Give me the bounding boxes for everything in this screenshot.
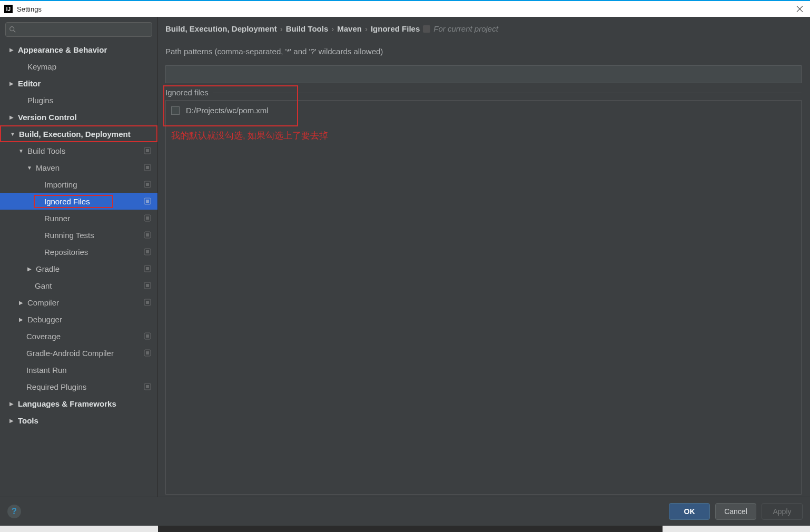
sidebar-item-build-execution-deployment[interactable]: ▼Build, Execution, Deployment <box>0 125 157 142</box>
sidebar-item-plugins[interactable]: Plugins <box>0 92 157 109</box>
project-badge-icon <box>144 383 151 390</box>
sidebar-item-tools[interactable]: ▶Tools <box>0 412 157 429</box>
sidebar-item-label: Tools <box>18 416 157 425</box>
sidebar-item-build-tools[interactable]: ▼Build Tools <box>0 142 157 159</box>
svg-line-1 <box>14 31 16 33</box>
sidebar-item-label: Coverage <box>26 332 157 341</box>
sidebar-item-coverage[interactable]: Coverage <box>0 328 157 344</box>
svg-rect-25 <box>146 351 149 354</box>
ignored-section: Ignored files D:/Projects/wc/pom.xml 我的默… <box>165 93 802 497</box>
sidebar-item-vcs[interactable]: ▶Version Control <box>0 109 157 125</box>
sidebar-item-label: Running Tests <box>44 231 157 240</box>
crumb-maven[interactable]: Maven <box>337 24 362 33</box>
sidebar-item-gradle-android-compiler[interactable]: Gradle-Android Compiler <box>0 344 157 361</box>
sidebar-item-label: Runner <box>44 214 157 223</box>
project-badge-icon <box>144 231 151 239</box>
crumb-build[interactable]: Build, Execution, Deployment <box>165 24 277 33</box>
sidebar-item-label: Build Tools <box>27 146 157 155</box>
cancel-button[interactable]: Cancel <box>715 503 756 520</box>
sidebar: ▶Appearance & Behavior Keymap ▶Editor Pl… <box>0 17 158 497</box>
sidebar-item-label: Gant <box>35 281 157 290</box>
svg-rect-19 <box>146 284 149 287</box>
sidebar-item-appearance[interactable]: ▶Appearance & Behavior <box>0 41 157 58</box>
chevron-right-icon: ▶ <box>8 114 15 120</box>
sidebar-item-editor[interactable]: ▶Editor <box>0 75 157 92</box>
ignored-files-list: D:/Projects/wc/pom.xml 我的默认就没勾选, 如果勾选上了要… <box>165 100 802 495</box>
project-badge-icon <box>144 265 151 272</box>
svg-rect-15 <box>146 250 149 253</box>
ignored-file-row[interactable]: D:/Projects/wc/pom.xml <box>166 101 801 120</box>
chevron-right-icon: ▶ <box>8 47 15 53</box>
sidebar-item-repositories[interactable]: Repositories <box>0 243 157 260</box>
sidebar-item-required-plugins[interactable]: Required Plugins <box>0 378 157 395</box>
project-badge-icon <box>144 349 151 357</box>
sidebar-item-gant[interactable]: Gant <box>0 277 157 294</box>
sidebar-item-instant-run[interactable]: Instant Run <box>0 361 157 378</box>
svg-rect-17 <box>146 267 149 270</box>
sidebar-item-label: Keymap <box>27 62 157 71</box>
settings-tree: ▶Appearance & Behavior Keymap ▶Editor Pl… <box>0 41 157 429</box>
ide-statusbar-fragment <box>0 526 810 532</box>
chevron-right-icon: › <box>331 24 334 33</box>
sidebar-item-label: Required Plugins <box>26 382 157 391</box>
svg-rect-27 <box>146 385 149 388</box>
window-title: Settings <box>17 5 42 13</box>
patterns-label: Path patterns (comma-separated, '*' and … <box>165 47 806 56</box>
sidebar-item-label: Ignored Files <box>44 197 90 206</box>
sidebar-item-importing[interactable]: Importing <box>0 176 157 193</box>
button-label: Cancel <box>724 507 747 516</box>
project-badge-icon <box>144 198 151 205</box>
button-label: OK <box>684 507 695 516</box>
crumb-buildtools[interactable]: Build Tools <box>286 24 329 33</box>
annotation-text: 我的默认就没勾选, 如果勾选上了要去掉 <box>166 130 801 142</box>
search-input[interactable] <box>5 22 152 37</box>
project-badge-icon <box>144 164 151 171</box>
help-button[interactable]: ? <box>7 505 21 518</box>
svg-rect-5 <box>146 166 149 169</box>
search-icon <box>9 26 16 33</box>
sidebar-item-label: Debugger <box>27 315 157 324</box>
project-badge-icon <box>144 282 151 289</box>
svg-point-0 <box>10 27 14 31</box>
sidebar-item-label: Compiler <box>27 298 157 307</box>
sidebar-item-label: Appearance & Behavior <box>18 45 157 54</box>
sidebar-item-runner[interactable]: Runner <box>0 210 157 226</box>
project-badge-icon <box>144 147 151 154</box>
chevron-down-icon: ▼ <box>18 148 24 154</box>
chevron-down-icon: ▼ <box>9 131 16 137</box>
apply-button[interactable]: Apply <box>762 503 803 520</box>
sidebar-item-label: Editor <box>18 79 157 88</box>
patterns-input[interactable] <box>165 65 802 83</box>
sidebar-item-compiler[interactable]: ▶Compiler <box>0 294 157 311</box>
button-label: Apply <box>773 507 791 516</box>
sidebar-item-label: Maven <box>36 163 157 172</box>
ok-button[interactable]: OK <box>669 503 710 520</box>
scope-label: For current project <box>433 24 498 33</box>
project-badge-icon <box>144 299 151 306</box>
svg-rect-11 <box>146 216 149 220</box>
sidebar-item-maven[interactable]: ▼Maven <box>0 159 157 176</box>
sidebar-item-label: Languages & Frameworks <box>18 399 157 408</box>
sidebar-item-keymap[interactable]: Keymap <box>0 58 157 75</box>
close-icon[interactable] <box>795 4 805 14</box>
project-badge-icon <box>144 214 151 222</box>
sidebar-item-ignored-files[interactable]: Ignored Files <box>0 193 157 210</box>
chevron-right-icon: ▶ <box>8 418 15 423</box>
breadcrumb: Build, Execution, Deployment › Build Too… <box>165 24 806 33</box>
sidebar-item-debugger[interactable]: ▶Debugger <box>0 311 157 328</box>
sidebar-item-running-tests[interactable]: Running Tests <box>0 226 157 243</box>
sidebar-item-gradle[interactable]: ▶Gradle <box>0 260 157 277</box>
sidebar-item-label: Build, Execution, Deployment <box>19 130 156 139</box>
sidebar-item-label: Plugins <box>27 96 157 105</box>
project-badge-icon <box>144 181 151 188</box>
sidebar-item-languages[interactable]: ▶Languages & Frameworks <box>0 395 157 412</box>
svg-rect-23 <box>146 334 149 338</box>
ignored-file-path: D:/Projects/wc/pom.xml <box>186 106 269 115</box>
dialog-footer: ? OK Cancel Apply <box>0 497 810 526</box>
project-badge-icon <box>423 25 430 33</box>
sidebar-item-label: Importing <box>44 180 157 189</box>
content-pane: Build, Execution, Deployment › Build Too… <box>158 17 810 497</box>
ignored-file-checkbox[interactable] <box>171 106 180 115</box>
project-badge-icon <box>144 332 151 340</box>
crumb-current: Ignored Files <box>371 24 420 33</box>
